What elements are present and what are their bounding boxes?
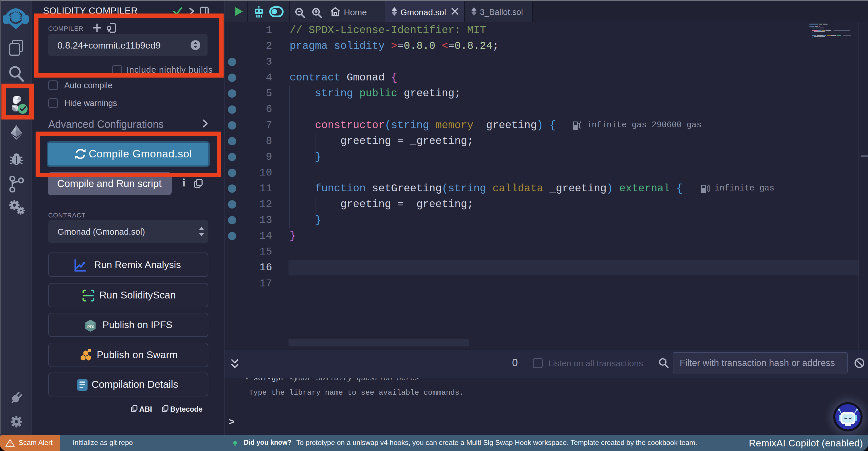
- svg-text:IPFS: IPFS: [87, 325, 94, 329]
